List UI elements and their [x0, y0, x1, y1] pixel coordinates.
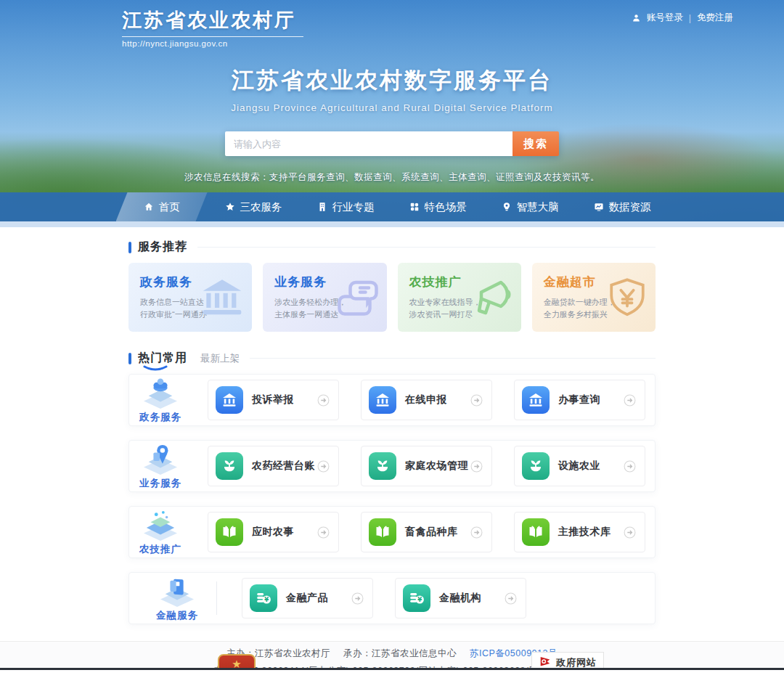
section-rule: [197, 247, 656, 248]
recommend-card-business[interactable]: 业务服务 涉农业务轻松办理， 主体服务一网通达: [263, 263, 386, 332]
nav-item-brain[interactable]: 智慧大脑: [484, 192, 576, 221]
bank-icon: [200, 277, 245, 318]
recommend-card-govt[interactable]: 政务服务 政务信息一站直达， 行政审批“一网通办: [128, 263, 252, 332]
arrow-right-icon: [470, 526, 483, 539]
service-label: 金融产品: [286, 592, 351, 605]
section-header-hot: 热门常用 最新上架: [128, 351, 656, 366]
service-group-business: 业务服务 农药经营台账 家庭农场管理 设施农业: [128, 440, 656, 492]
service-label: 投诉举报: [252, 393, 317, 407]
finance-3d-icon: [156, 575, 198, 608]
data-icon: [594, 202, 604, 212]
service-label: 畜禽品种库: [405, 526, 470, 539]
nav-item-sannong[interactable]: 三农服务: [208, 192, 300, 221]
tab-hot-services[interactable]: 热门常用: [138, 351, 187, 366]
service-item-finance-institutions[interactable]: ¥ 金融机构: [395, 578, 526, 618]
footer-organizer: 承办：江苏省农业信息中心: [343, 648, 457, 658]
brain-icon: [502, 202, 512, 212]
search-button[interactable]: 搜索: [513, 131, 559, 156]
group-name: 政务服务: [139, 411, 181, 424]
bank-icon: [522, 386, 550, 414]
site-url: http://nynct.jiangsu.gov.cn: [122, 39, 303, 48]
card-desc: 涉农资讯一网打尽: [409, 310, 473, 319]
industry-icon: [317, 202, 327, 212]
arrow-right-icon: [505, 592, 517, 605]
group-name: 业务服务: [139, 477, 181, 490]
section-rule: [250, 358, 656, 359]
recommend-cards: 政务服务 政务信息一站直达， 行政审批“一网通办 业务服务 涉农业务轻松办理， …: [128, 263, 656, 332]
chat-folder-icon: [336, 277, 380, 318]
service-label: 在线申报: [405, 393, 470, 407]
tab-hot-label: 热门常用: [138, 351, 187, 364]
home-icon: [144, 202, 154, 212]
service-label: 应时农事: [252, 526, 317, 539]
group-divider: [216, 581, 217, 615]
platform-title: 江苏省农业农村数字服务平台: [0, 65, 784, 96]
site-logo: 江苏省农业农村厅 http://nynct.jiangsu.gov.cn: [122, 7, 303, 48]
group-items: ¥ 金融产品 ¥ 金融机构: [223, 578, 526, 618]
logo-divider: [122, 36, 303, 37]
login-link[interactable]: 账号登录: [647, 12, 683, 24]
arrow-right-icon: [624, 526, 636, 539]
site-title: 江苏省农业农村厅: [122, 7, 303, 33]
recommend-card-agritech[interactable]: 农技推广 农业专家在线指导， 涉农资讯一网打尽: [398, 263, 521, 332]
service-item-finance-products[interactable]: ¥ 金融产品: [242, 578, 373, 618]
service-group-govt: 政务服务 投诉举报 在线申报 办事查询: [128, 374, 656, 426]
section-accent-bar: [128, 242, 131, 253]
service-item-pesticide-ledger[interactable]: 农药经营台账: [208, 446, 339, 486]
sprout-icon: [216, 452, 243, 480]
account-separator: |: [689, 13, 691, 23]
arrow-right-icon: [317, 460, 330, 473]
service-item-online-declare[interactable]: 在线申报: [361, 380, 492, 420]
open-book-icon: [369, 518, 396, 546]
main-content: 服务推荐 政务服务 政务信息一站直达， 行政审批“一网通办 业务服务 涉农业务轻…: [128, 227, 656, 624]
group-items: 农药经营台账 家庭农场管理 设施农业: [189, 446, 645, 486]
nav-item-scenes[interactable]: 特色场景: [392, 192, 484, 221]
nav-item-industry[interactable]: 行业专题: [300, 192, 392, 221]
nav-label: 智慧大脑: [517, 200, 559, 214]
megaphone-icon: [470, 277, 514, 318]
tab-newest[interactable]: 最新上架: [200, 352, 240, 365]
section-accent-bar: [128, 353, 131, 364]
service-item-family-farm[interactable]: 家庭农场管理: [361, 446, 492, 486]
service-item-complaint[interactable]: 投诉举报: [208, 380, 339, 420]
group-name: 金融服务: [156, 609, 198, 622]
nav-item-data[interactable]: 数据资源: [576, 192, 669, 221]
hero-banner: 江苏省农业农村厅 http://nynct.jiangsu.gov.cn 账号登…: [0, 0, 784, 227]
section-title-recommend: 服务推荐: [138, 240, 187, 255]
search-hint-text: 涉农信息在线搜索：支持平台服务查询、数据查询、系统查询、主体查询、证照查询及农技…: [0, 171, 784, 184]
group-header-business: 业务服务: [139, 443, 181, 490]
card-desc: 金融贷款一键办理，: [544, 298, 616, 306]
bank-icon: [216, 386, 243, 414]
svg-text:¥: ¥: [264, 596, 269, 603]
register-link[interactable]: 免费注册: [697, 12, 733, 24]
open-book-icon: [216, 518, 243, 546]
service-item-affair-query[interactable]: 办事查询: [514, 380, 645, 420]
service-group-finance: 金融服务 ¥ 金融产品 ¥ 金融机构: [128, 572, 656, 624]
service-item-seasonal-farming[interactable]: 应时农事: [208, 512, 339, 552]
arrow-right-icon: [624, 394, 636, 407]
footer-bottom-strip: [0, 668, 784, 670]
nav-item-home[interactable]: 首页: [116, 192, 208, 221]
nav-label: 首页: [159, 200, 180, 214]
search-input[interactable]: [225, 131, 513, 156]
user-icon: [632, 13, 641, 23]
service-group-agritech: 农技推广 应时农事 畜禽品种库 主推技术库: [128, 506, 656, 558]
star-icon: [225, 202, 235, 212]
coins-yuan-icon: ¥: [250, 584, 277, 612]
group-header-agritech: 农技推广: [139, 509, 181, 556]
service-item-main-tech[interactable]: 主推技术库: [514, 512, 645, 552]
arrow-right-icon: [624, 460, 636, 473]
nav-label: 数据资源: [609, 200, 651, 214]
service-label: 办事查询: [558, 393, 624, 407]
main-navigation: 首页 三农服务 行业专题 特色场景 智慧大脑 数据资源: [0, 192, 784, 221]
card-desc: 行政审批“一网通办: [140, 310, 207, 319]
nav-bottom-strip: [0, 221, 784, 227]
nav-label: 特色场景: [425, 200, 467, 214]
recommend-card-finance[interactable]: 金融超市 金融贷款一键办理， 全力服务乡村振兴: [532, 263, 656, 332]
service-item-facility-agri[interactable]: 设施农业: [514, 446, 645, 486]
service-label: 金融机构: [439, 592, 505, 605]
arrow-right-icon: [317, 394, 330, 407]
service-item-livestock-breeds[interactable]: 畜禽品种库: [361, 512, 492, 552]
section-header-recommend: 服务推荐: [128, 240, 656, 255]
sprout-icon: [369, 452, 396, 480]
